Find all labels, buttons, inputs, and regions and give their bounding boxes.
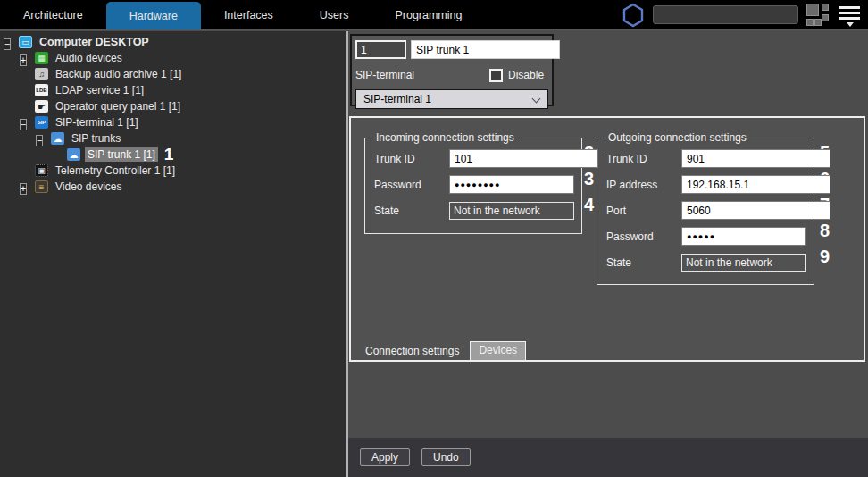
audio-devices-icon: ▦ bbox=[35, 52, 48, 64]
tree-item[interactable]: LDBLDAP service 1 [1] bbox=[0, 82, 346, 98]
field-label: State bbox=[374, 205, 449, 217]
trunk-editor-head: SIP-terminal Disable SIP-terminal 1 bbox=[350, 34, 554, 106]
detail-pane: SIP-terminal Disable SIP-terminal 1 Conn… bbox=[348, 31, 868, 477]
ldap-icon: LDB bbox=[35, 84, 48, 96]
field-label: Password bbox=[606, 230, 681, 243]
menu-item-architecture[interactable]: Architecture bbox=[0, 0, 106, 29]
operator-panel-icon: ☛ bbox=[35, 100, 48, 113]
sip-trunks-icon: ☁ bbox=[51, 132, 64, 145]
search-input[interactable] bbox=[653, 5, 798, 24]
tab-devices[interactable]: Devices bbox=[470, 341, 526, 360]
menu-item-users[interactable]: Users bbox=[296, 0, 372, 29]
hamburger-menu-icon[interactable] bbox=[839, 4, 861, 27]
connection-settings-panel: Connection settingsDevices 234Incoming c… bbox=[349, 116, 865, 362]
tree-item[interactable]: −SIPSIP-terminal 1 [1] bbox=[0, 114, 346, 130]
expand-slot: − bbox=[20, 118, 30, 128]
tree-item-label: LDAP service 1 [1] bbox=[53, 83, 146, 97]
field-row: Trunk ID bbox=[374, 149, 574, 168]
action-bar: Apply Undo bbox=[348, 438, 868, 477]
field-row: IP address bbox=[606, 175, 806, 194]
field-row: Password bbox=[374, 175, 574, 194]
hexagon-logo-icon bbox=[622, 3, 645, 28]
tree-item[interactable]: ♫Backup audio archive 1 [1] bbox=[0, 66, 346, 82]
fieldset-incoming: Incoming connection settingsTrunk IDPass… bbox=[364, 138, 582, 234]
grid-layout-icon[interactable] bbox=[806, 4, 831, 27]
main-menu: ArchitectureHardwareInterfacesUsersProgr… bbox=[0, 0, 485, 29]
menu-item-programming[interactable]: Programming bbox=[371, 0, 485, 29]
tree-item-label: SIP trunks bbox=[69, 131, 123, 146]
password-field[interactable] bbox=[449, 175, 574, 194]
expand-toggle-icon[interactable]: + bbox=[20, 183, 27, 195]
trunk-name-field[interactable] bbox=[411, 40, 560, 59]
ip-address-field[interactable] bbox=[681, 175, 830, 194]
field-label: Trunk ID bbox=[606, 153, 681, 165]
field-label: Port bbox=[606, 205, 681, 217]
tree-item-label: SIP-terminal 1 [1] bbox=[53, 115, 141, 130]
tree-item[interactable]: ▣Telemetry Controller 1 [1] bbox=[0, 163, 346, 179]
computer-icon: ▭ bbox=[19, 36, 32, 48]
tab-connection-settings[interactable]: Connection settings bbox=[359, 343, 465, 360]
callout-number: 1 bbox=[164, 145, 174, 164]
port-field[interactable] bbox=[681, 201, 830, 220]
tree-item[interactable]: ☛Operator query panel 1 [1] bbox=[0, 98, 346, 114]
state-readonly-field: Not in the network bbox=[449, 202, 574, 220]
tree-item-label: Operator query panel 1 [1] bbox=[53, 99, 183, 113]
collapse-toggle-icon[interactable]: − bbox=[4, 38, 11, 50]
collapse-toggle-icon[interactable]: − bbox=[20, 119, 27, 130]
expand-slot bbox=[20, 166, 30, 176]
tree-item-label: SIP trunk 1 [1] bbox=[85, 147, 158, 162]
fieldset-legend: Incoming connection settings bbox=[372, 131, 518, 144]
field-row: Trunk ID bbox=[606, 149, 806, 168]
top-menu-bar: ArchitectureHardwareInterfacesUsersProgr… bbox=[0, 0, 868, 30]
tree-item[interactable]: +▦Audio devices bbox=[0, 50, 346, 66]
state-readonly-field: Not in the network bbox=[681, 254, 806, 272]
tree-item-label: Audio devices bbox=[53, 51, 125, 65]
disable-label: Disable bbox=[508, 69, 544, 81]
expand-slot bbox=[20, 70, 30, 80]
sip-trunk-icon: ☁ bbox=[67, 148, 80, 161]
trunk-id-field[interactable] bbox=[681, 149, 830, 168]
fieldset-legend: Outgoing connection settings bbox=[605, 131, 750, 144]
apply-button[interactable]: Apply bbox=[360, 448, 410, 466]
menu-item-hardware[interactable]: Hardware bbox=[106, 2, 201, 29]
field-row: Port bbox=[606, 201, 806, 220]
expand-slot bbox=[20, 86, 30, 96]
expand-slot bbox=[20, 102, 30, 112]
expand-slot: − bbox=[36, 134, 46, 144]
app-window: ArchitectureHardwareInterfacesUsersProgr… bbox=[0, 0, 868, 477]
collapse-toggle-icon[interactable]: − bbox=[36, 135, 43, 146]
menu-item-interfaces[interactable]: Interfaces bbox=[201, 0, 296, 29]
tree-item[interactable]: +≡Video devices bbox=[0, 179, 346, 195]
expand-slot: + bbox=[20, 182, 30, 192]
trunk-id-field[interactable] bbox=[449, 149, 598, 168]
sip-terminal-icon: SIP bbox=[35, 116, 48, 129]
field-label: Password bbox=[374, 179, 449, 191]
tree-item-label: Video devices bbox=[53, 180, 125, 194]
bottom-tabs: Connection settingsDevices bbox=[359, 341, 526, 360]
field-label: State bbox=[606, 256, 681, 269]
field-label: IP address bbox=[606, 179, 681, 191]
device-tree: −▭Computer DESKTOP+▦Audio devices♫Backup… bbox=[0, 31, 346, 195]
backup-archive-icon: ♫ bbox=[35, 68, 48, 80]
disable-checkbox[interactable] bbox=[489, 69, 503, 82]
sip-terminal-selected-value: SIP-terminal 1 bbox=[363, 93, 431, 105]
tree-item[interactable]: ☁SIP trunk 1 [1]1 bbox=[0, 146, 346, 163]
callout-number: 9 bbox=[820, 247, 841, 267]
field-row: StateNot in the network bbox=[374, 201, 574, 220]
password-field[interactable] bbox=[681, 227, 806, 246]
expand-slot bbox=[52, 150, 63, 160]
tree-item[interactable]: −▭Computer DESKTOP bbox=[0, 34, 346, 50]
expand-toggle-icon[interactable]: + bbox=[20, 54, 27, 66]
field-label: Trunk ID bbox=[374, 153, 449, 165]
tree-item-label: Computer DESKTOP bbox=[37, 35, 152, 49]
sip-terminal-select[interactable]: SIP-terminal 1 bbox=[355, 89, 548, 109]
expand-slot: − bbox=[4, 38, 14, 47]
trunk-id-number-field[interactable] bbox=[355, 40, 406, 59]
sip-terminal-label: SIP-terminal bbox=[355, 69, 414, 81]
tree-item-label: Backup audio archive 1 [1] bbox=[53, 67, 184, 81]
undo-button[interactable]: Undo bbox=[421, 448, 471, 466]
tree-item-label: Telemetry Controller 1 [1] bbox=[53, 163, 178, 178]
field-row: Password bbox=[606, 227, 806, 246]
telemetry-icon: ▣ bbox=[35, 164, 48, 177]
chevron-down-icon bbox=[532, 95, 541, 104]
